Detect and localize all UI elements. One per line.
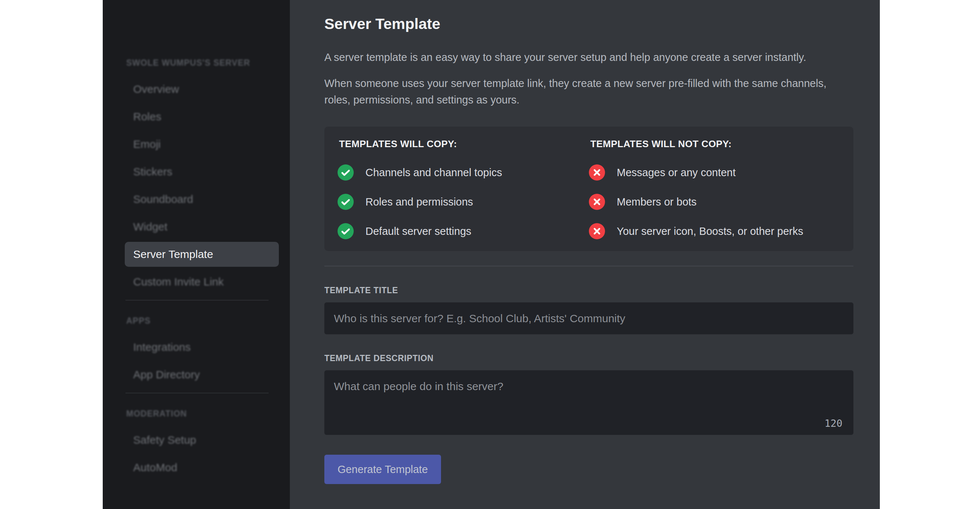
template-copy-panel: TEMPLATES WILL COPY: Channels and channe… (325, 127, 853, 251)
sidebar-divider (126, 393, 269, 393)
template-description-wrap: 120 (325, 370, 853, 435)
sidebar-item-server-template[interactable]: Server Template (125, 242, 279, 267)
sidebar-item-custom-invite-link[interactable]: Custom Invite Link (125, 269, 279, 294)
sidebar-item-automod[interactable]: AutoMod (125, 455, 279, 480)
sidebar-item-widget[interactable]: Widget (125, 214, 279, 239)
template-description-input[interactable] (325, 370, 853, 435)
x-icon (589, 223, 605, 239)
sidebar-group-apps: APPS (126, 316, 290, 326)
sidebar-item-app-directory[interactable]: App Directory (125, 362, 279, 387)
sidebar-item-roles[interactable]: Roles (125, 104, 279, 129)
check-icon (337, 164, 354, 181)
will-not-copy-header: TEMPLATES WILL NOT COPY: (590, 138, 840, 150)
template-title-input[interactable] (325, 302, 853, 334)
generate-template-button[interactable]: Generate Template (325, 455, 441, 484)
screenshot-canvas: SWOLE WUMPUS'S SERVER Overview Roles Emo… (0, 0, 980, 509)
template-title-label: TEMPLATE TITLE (325, 286, 853, 296)
server-template-page: Server Template A server template is an … (290, 0, 880, 509)
settings-sidebar: SWOLE WUMPUS'S SERVER Overview Roles Emo… (103, 0, 290, 509)
sidebar-divider (126, 300, 269, 301)
will-copy-column: TEMPLATES WILL COPY: Channels and channe… (337, 138, 589, 239)
section-divider (325, 266, 853, 266)
will-not-copy-row: Members or bots (589, 194, 840, 210)
page-title: Server Template (325, 14, 853, 34)
check-icon (337, 194, 354, 210)
intro-paragraph-1: A server template is an easy way to shar… (325, 49, 853, 66)
x-icon (589, 164, 605, 181)
sidebar-item-safety-setup[interactable]: Safety Setup (125, 428, 279, 452)
sidebar-item-soundboard[interactable]: Soundboard (125, 187, 279, 212)
sidebar-item-stickers[interactable]: Stickers (125, 159, 279, 184)
will-not-copy-row: Messages or any content (589, 164, 840, 181)
sidebar-item-integrations[interactable]: Integrations (125, 335, 279, 359)
sidebar-item-overview[interactable]: Overview (125, 77, 279, 102)
intro-paragraph-2: When someone uses your server template l… (325, 75, 853, 108)
will-copy-header: TEMPLATES WILL COPY: (339, 138, 589, 150)
template-description-label: TEMPLATE DESCRIPTION (325, 353, 853, 363)
sidebar-group-moderation: MODERATION (126, 409, 290, 419)
sidebar-item-emoji[interactable]: Emoji (125, 132, 279, 157)
discord-server-settings-window: SWOLE WUMPUS'S SERVER Overview Roles Emo… (103, 0, 880, 509)
check-icon (337, 223, 354, 239)
x-icon (589, 194, 605, 210)
will-not-copy-row: Your server icon, Boosts, or other perks (589, 223, 840, 239)
sidebar-group-server: SWOLE WUMPUS'S SERVER (126, 58, 290, 68)
will-copy-row: Default server settings (337, 223, 589, 239)
will-not-copy-column: TEMPLATES WILL NOT COPY: Messages or any… (589, 138, 840, 239)
will-copy-row: Roles and permissions (337, 194, 589, 210)
will-copy-row: Channels and channel topics (337, 164, 589, 181)
